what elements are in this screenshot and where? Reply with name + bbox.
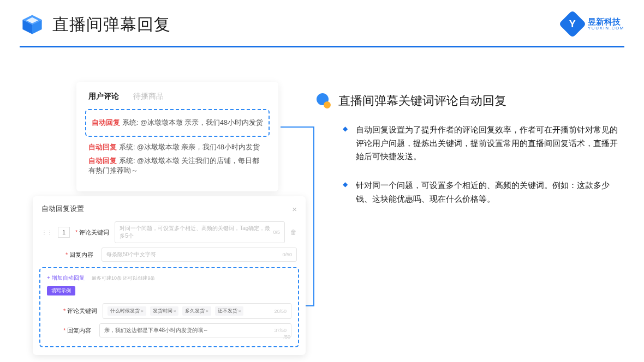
add-hint: 最多可建10条 还可以创建9条 [92,275,156,281]
tab-user-comments[interactable]: 用户评论 [88,92,119,101]
bullet-item: 针对同一个问题，可设置多个相近的、高频的关键词。例如：这款多少钱、这块能优惠吗、… [356,179,622,206]
brand-icon: Y [558,10,586,38]
chat-bubble-icon [317,93,332,108]
bullet-item: 自动回复设置为了提升作者的评论回复效率，作者可在开播前针对常见的评论用户问题，提… [356,123,622,164]
tab-pending-products[interactable]: 待播商品 [133,92,164,101]
keyword-tag[interactable]: 还不发货× [215,306,244,316]
example-keyword-input[interactable]: 什么时候发货× 发货时间× 多久发货× 还不发货× 20/50 [103,303,291,319]
auto-reply-badge: 自动回复 [92,119,120,126]
example-badge: 填写示例 [47,286,75,295]
keyword-input[interactable]: 对同一个问题，可设置多个相近、高频的关键词，Tag确定，最多5个 0/5 [115,221,285,243]
connector-line [313,126,314,306]
comment-line: 自动回复系统: @冰墩墩本墩 关注我们的店铺，每日都有热门推荐呦～ [88,156,266,177]
cube-icon [20,12,45,37]
ghost-count: /50 [283,334,290,340]
auto-reply-badge: 自动回复 [88,143,117,151]
auto-reply-badge: 自动回复 [88,157,117,165]
keyword-tag[interactable]: 什么时候发货× [108,306,146,316]
delete-icon[interactable]: 🗑 [290,228,297,236]
content-input[interactable]: 每条限50个中文字符 0/50 [102,248,297,262]
example-content-input[interactable]: 亲，我们这边都是下单48小时内发货的哦～ 37/50 [99,323,291,337]
comments-panel: 用户评论 待播商品 自动回复系统: @冰墩墩本墩 亲亲，我们48小时内发货 自动… [76,82,278,191]
connector-line [281,126,313,128]
brand-name: 昱新科技 [588,17,624,26]
page-title: 直播间弹幕回复 [52,14,171,36]
example-section: + 增加自动回复 最多可建10条 还可以创建9条 填写示例 评论关键词 什么时候… [39,267,299,347]
keyword-tag[interactable]: 多久发货× [182,306,211,316]
keyword-label: 评论关键词 [63,307,97,315]
comment-line: 自动回复系统: @冰墩墩本墩 亲亲，我们48小时内发货 [88,142,266,153]
content-label: 回复内容 [63,327,94,335]
rule-number: 1 [58,227,70,238]
highlighted-comment: 自动回复系统: @冰墩墩本墩 亲亲，我们48小时内发货 [85,109,270,137]
keyword-tag[interactable]: 发货时间× [150,306,179,316]
auto-reply-settings-panel: 自动回复设置 × ⋮⋮ 1 评论关键词 对同一个问题，可设置多个相近、高频的关键… [33,196,306,355]
brand-subtitle: YUUXIN.COM [588,26,624,31]
section-title: 直播间弹幕关键词评论自动回复 [338,93,506,109]
close-icon[interactable]: × [292,204,297,214]
header-divider [20,46,624,47]
add-auto-reply-link[interactable]: + 增加自动回复 [47,275,85,281]
comment-line: 自动回复系统: @冰墩墩本墩 亲亲，我们48小时内发货 [92,118,263,128]
brand-logo: Y 昱新科技 YUUXIN.COM [563,14,624,34]
drag-handle-icon[interactable]: ⋮⋮ [41,230,52,236]
content-label: 回复内容 [65,251,96,259]
settings-title: 自动回复设置 [41,204,84,214]
keyword-label: 评论关键词 [75,228,109,237]
